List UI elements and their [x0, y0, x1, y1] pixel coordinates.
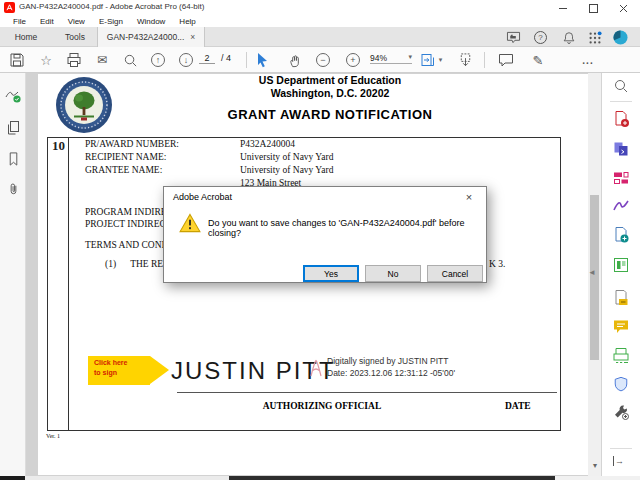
doc-org-line: US Department of Education: [210, 74, 450, 86]
signatures-panel-icon[interactable]: [4, 86, 22, 104]
export-pdf-icon[interactable]: [612, 110, 630, 128]
comment-icon[interactable]: [496, 50, 516, 70]
search-icon[interactable]: [120, 50, 140, 70]
help-icon[interactable]: ?: [534, 31, 547, 44]
panel-divider: [610, 448, 632, 449]
toolbar-separator: [484, 52, 485, 68]
menu-help[interactable]: Help: [172, 17, 202, 26]
field-label: PR/AWARD NUMBER:: [85, 139, 179, 149]
quick-toolbar: ☆ ✉ ↑ ↓ 2 / 4 − + 94% ▾ ▾ ✎ ...: [0, 47, 640, 73]
bookmarks-icon[interactable]: [4, 150, 22, 168]
email-icon[interactable]: ✉: [92, 50, 112, 70]
menu-file[interactable]: File: [6, 17, 33, 26]
page-number-input[interactable]: 2: [199, 53, 215, 64]
digital-signature-mark-icon: [309, 357, 323, 379]
star-favorite-icon[interactable]: ☆: [36, 50, 56, 70]
field-value: University of Navy Yard: [240, 152, 333, 162]
next-page-icon[interactable]: ↓: [176, 50, 196, 70]
right-text-fragment: K 3.: [489, 259, 505, 269]
bottom-edge-segment: [0, 476, 25, 480]
user-avatar[interactable]: [613, 30, 628, 45]
fit-width-icon[interactable]: ▾: [418, 50, 444, 70]
doc-title: GRANT AWARD NOTIFICATION: [180, 107, 480, 122]
print-icon[interactable]: [64, 50, 84, 70]
authorizing-official-label: AUTHORIZING OFFICIAL: [222, 401, 422, 411]
expand-panel-icon[interactable]: →: [613, 456, 624, 466]
no-button[interactable]: No: [365, 265, 421, 282]
cancel-button[interactable]: Cancel: [427, 265, 483, 282]
zoom-level-select[interactable]: 94% ▾: [370, 53, 412, 64]
tab-close-icon[interactable]: ×: [190, 32, 195, 42]
highlight-pen-icon[interactable]: ✎: [528, 50, 548, 70]
terms-line-fragment: TERMS AND CONI: [85, 240, 165, 250]
previous-page-icon[interactable]: ↑: [148, 50, 168, 70]
menu-window[interactable]: Window: [130, 17, 172, 26]
bottom-edge-segment: [555, 476, 640, 480]
scrollbar-down-icon[interactable]: ▾: [590, 461, 600, 470]
save-icon[interactable]: [7, 50, 27, 70]
chevron-down-icon: ▾: [408, 53, 412, 63]
app-grid-icon[interactable]: [588, 31, 602, 45]
tab-document-label: GAN-P432A24000...: [107, 32, 185, 42]
minimize-button[interactable]: [552, 3, 574, 14]
zoom-in-icon[interactable]: +: [343, 50, 363, 70]
digitally-signed-line2: Date: 2023.12.06 12:31:12 -05'00': [327, 368, 455, 378]
dialog-close-icon[interactable]: ×: [454, 187, 484, 207]
chevron-down-icon: ▾: [439, 56, 443, 64]
attachments-paperclip-icon[interactable]: [4, 180, 22, 198]
tab-tools[interactable]: Tools: [52, 27, 98, 47]
left-navigation-pane: [0, 73, 26, 476]
more-tools-wrench-icon[interactable]: [612, 403, 630, 421]
scan-and-ocr-icon[interactable]: [612, 346, 630, 364]
program-line-fragment: PROGRAM INDIRE: [85, 207, 167, 217]
organize-pages-icon[interactable]: [612, 256, 630, 274]
warning-icon: [179, 213, 201, 233]
field-label: RECIPIENT NAME:: [85, 152, 166, 162]
select-tool-icon[interactable]: [252, 50, 272, 70]
menu-esign[interactable]: E-Sign: [92, 17, 130, 26]
notifications-bell-icon[interactable]: [562, 31, 576, 45]
dialog-title: Adobe Acrobat: [173, 192, 232, 202]
field-value: P432A240004: [240, 139, 295, 149]
scrollbar-thumb[interactable]: [590, 195, 599, 360]
page-thumbnails-icon[interactable]: [4, 119, 22, 137]
window-title: GAN-P432A240004.pdf - Adobe Acrobat Pro …: [19, 2, 204, 11]
combine-files-icon[interactable]: [612, 140, 630, 158]
more-tools-icon[interactable]: ...: [578, 50, 598, 70]
search-tool-icon[interactable]: [612, 77, 630, 95]
project-line-fragment: PROJECT INDIREC: [85, 219, 166, 229]
protect-shield-icon[interactable]: [612, 375, 630, 393]
zoom-out-icon[interactable]: −: [313, 50, 333, 70]
yes-button[interactable]: Yes: [303, 265, 359, 282]
fill-and-sign-icon[interactable]: [612, 197, 630, 215]
sign-tag-line2: to sign: [94, 369, 117, 376]
page-scrolling-icon[interactable]: [455, 50, 475, 70]
tab-home[interactable]: Home: [0, 27, 52, 47]
menu-view[interactable]: View: [61, 17, 92, 26]
save-changes-dialog: Adobe Acrobat × Do you want to save chan…: [163, 186, 487, 283]
click-to-sign-tag-arrow[interactable]: [150, 356, 169, 384]
signature-line: [177, 392, 557, 393]
version-label: Ver. 1: [46, 433, 60, 439]
field-label: GRANTEE NAME:: [85, 165, 162, 175]
edit-pdf-icon[interactable]: [612, 169, 630, 187]
gan-form-box: [47, 137, 561, 431]
click-to-sign-tag[interactable]: Click here to sign: [88, 356, 150, 385]
menu-edit[interactable]: Edit: [33, 17, 61, 26]
gan-box-divider: [68, 137, 69, 431]
field-value: University of Navy Yard: [240, 165, 333, 175]
feedback-icon[interactable]: [506, 31, 521, 44]
item-line-fragment: (1) THE REC: [105, 259, 169, 269]
bottom-edge-segment: [229, 476, 555, 480]
tab-document[interactable]: GAN-P432A24000... ×: [97, 27, 205, 47]
close-window-button[interactable]: [612, 3, 634, 14]
panel-collapse-arrow-icon[interactable]: ◄: [588, 268, 596, 277]
doc-address-line: Washington, D.C. 20202: [210, 87, 450, 99]
hand-tool-icon[interactable]: [285, 50, 305, 70]
create-pdf-icon[interactable]: [612, 226, 630, 244]
menu-bar: File Edit View E-Sign Window Help: [0, 15, 640, 27]
comment-tool-icon[interactable]: [612, 318, 630, 336]
toolbar-separator: [246, 52, 247, 68]
maximize-button[interactable]: [582, 3, 604, 14]
prepare-form-icon[interactable]: [612, 289, 630, 307]
